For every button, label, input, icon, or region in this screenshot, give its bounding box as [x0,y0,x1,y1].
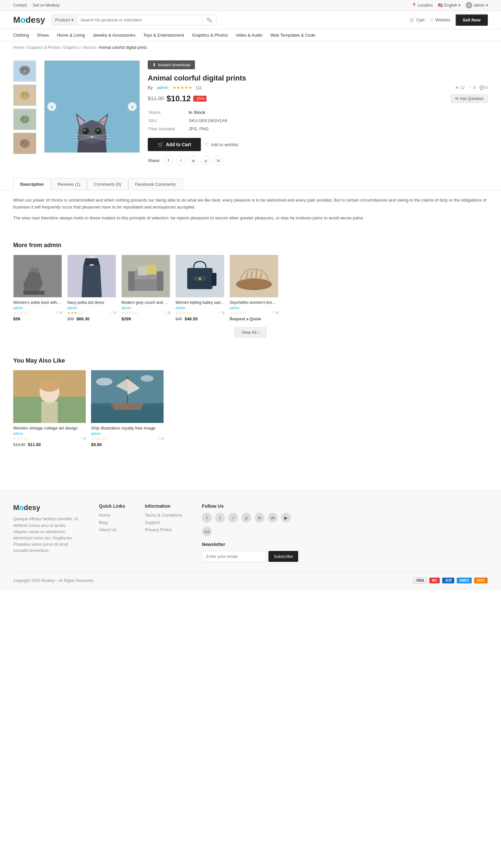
footer-description: Quisque efficitur facilisis convallis. U… [13,516,79,554]
twitter-share-icon[interactable]: t [176,156,185,165]
footer-link-home[interactable]: Home [99,513,125,518]
language-selector[interactable]: 🇺🇸 English ▾ [438,3,460,8]
card-stars-row-bag: ☆☆☆☆☆ ♡ 0 [175,311,224,315]
seller-link[interactable]: admin [157,85,168,90]
card-price-bag: $49 $46.55 [175,316,224,321]
eye-icon: 👁 [455,85,459,90]
thumbnail-3[interactable] [13,108,36,130]
card-seller-bag[interactable]: admin [175,306,224,310]
facebook-share-icon[interactable]: f [163,156,173,165]
view-all-button[interactable]: View All › [235,327,266,338]
breadcrumb-graphics-photos[interactable]: Graphics & Photos [27,45,60,50]
svg-point-10 [20,115,29,124]
admin-menu[interactable]: A admin ▾ [466,2,488,9]
newsletter-input[interactable] [202,551,266,562]
follow-us-title: Follow Us [202,504,298,509]
product-card-dress[interactable]: Navy polka dot dress admin ★★★☆☆ ♡ 0 $99… [67,255,116,321]
facebook-social-icon[interactable]: f [202,513,212,522]
product-image-bag [175,255,224,298]
product-card-boot[interactable]: Women's ankle boot with differen... admi… [13,255,62,321]
thumbnail-2[interactable] [13,84,36,106]
carousel-next-button[interactable]: › [128,102,137,111]
product-card-sandal[interactable]: Seychelles women's brown ankle ... admin… [230,255,278,321]
nav-clothing[interactable]: Clothing [13,33,29,38]
add-to-cart-button[interactable]: 🛒 Add to Cart [148,138,201,151]
ymal-image-woman [13,370,86,423]
thumbnail-1[interactable] [13,60,36,82]
search-bar: Product ▾ 🔍 [52,14,216,25]
carousel-prev-button[interactable]: ‹ [47,102,56,111]
nav-web-templates[interactable]: Web Templates & Code [270,33,315,38]
instagram-social-icon[interactable]: i [228,513,238,522]
linkedin-share-icon[interactable]: in [214,156,223,165]
cart-button[interactable]: 🛒 Cart [409,18,425,22]
nav-shoes[interactable]: Shoes [37,33,49,38]
youtube-social-icon[interactable]: ▶ [281,513,291,522]
breadcrumb-graphics[interactable]: Graphics [63,45,79,50]
search-type-dropdown[interactable]: Product ▾ [52,15,77,25]
card-stars-sandal: ☆☆☆☆☆ [230,311,246,315]
tab-reviews[interactable]: Reviews (1) [51,178,87,190]
tab-description[interactable]: Description [13,178,51,190]
nav-graphics[interactable]: Graphics & Photos [192,33,227,38]
vk-social-icon[interactable]: vk [268,513,278,522]
footer-link-about[interactable]: About Us [99,527,125,532]
svg-line-63 [256,271,257,279]
ymal-seller-ship[interactable]: admin [91,432,163,435]
product-card-bag[interactable]: Women kipling bailey saddle han... admin… [175,255,224,321]
card-seller-boot[interactable]: admin [13,306,62,310]
rss-social-icon[interactable]: rss [202,527,212,537]
footer-brand: Modesy Quisque efficitur facilisis conva… [13,504,79,562]
nav-home-living[interactable]: Home & Living [57,33,85,38]
footer-link-terms[interactable]: Terms & Conditions [145,513,182,518]
more-from-admin-section: More from admin Women's ankle boot with … [0,232,501,347]
ymal-seller-woman[interactable]: admin [13,432,86,435]
footer-link-support[interactable]: Support [145,520,182,525]
sell-on-link[interactable]: Sell on Modesy [33,3,60,8]
card-seller-dress[interactable]: admin [67,306,116,310]
add-to-wishlist-button[interactable]: ♡ Add to wishlist [205,142,238,147]
chevron-down-icon: ▾ [486,3,488,8]
pinterest-share-icon[interactable]: p [201,156,211,165]
footer-link-privacy[interactable]: Privacy Policy [145,527,182,532]
logo[interactable]: Modesy [13,15,46,25]
card-likes-couch: ♡ 0 [164,311,170,315]
subscribe-button[interactable]: Subscribe [268,551,298,562]
card-stars-row-dress: ★★★☆☆ ♡ 0 [67,311,116,315]
footer: Modesy Quisque efficitur facilisis conva… [0,490,501,590]
ymal-stars-ship: ☆☆☆☆☆ [91,436,107,441]
card-likes-boot: ♡ 0 [56,311,62,315]
linkedin-social-icon[interactable]: in [255,513,265,522]
payment-icons: VISA MC JCB AMEX DISC [413,577,488,584]
product-card-couch[interactable]: Modern grey couch and pillows admin ☆☆☆☆… [121,255,170,321]
footer-link-blog[interactable]: Blog [99,520,125,525]
breadcrumb-vectors[interactable]: Vectors [83,45,96,50]
card-seller-sandal[interactable]: admin [230,306,278,310]
search-input[interactable] [77,15,202,25]
card-seller-couch[interactable]: admin [121,306,170,310]
svg-point-11 [22,116,24,119]
nav-jewelry[interactable]: Jewelry & Accessories [93,33,135,38]
search-button[interactable]: 🔍 [202,15,216,25]
card-price-boot: $56 [13,316,62,321]
pinterest-social-icon[interactable]: p [242,513,251,522]
breadcrumb-home[interactable]: Home [13,45,24,50]
thumbnail-4[interactable] [13,133,36,154]
wishlist-button[interactable]: ♡ Wishlist [430,18,450,22]
whatsapp-share-icon[interactable]: w [189,156,198,165]
tab-comments[interactable]: Comments (0) [87,178,128,190]
ymal-card-ship[interactable]: Ship illustration royalty free image adm… [91,370,163,447]
bag-svg [176,255,224,298]
contact-link[interactable]: Contact [13,3,27,8]
spacer [0,457,501,477]
card-stars-couch: ☆☆☆☆☆ [121,311,138,315]
ymal-card-woman[interactable]: Women vintage collage art design admin ☆… [13,370,86,447]
ymal-likes-woman: ♡ 0 [79,436,86,441]
nav-toys[interactable]: Toys & Entertainment [143,33,184,38]
twitter-social-icon[interactable]: t [215,513,225,522]
sell-now-button[interactable]: Sell Now [456,14,488,26]
ymal-price-woman: $14.90 $11.92 [13,442,86,447]
ask-question-button[interactable]: ✉ Ask Question [451,94,488,103]
nav-video-audio[interactable]: Video & Audio [235,33,262,38]
tab-facebook-comments[interactable]: Facebook Comments [128,178,183,190]
